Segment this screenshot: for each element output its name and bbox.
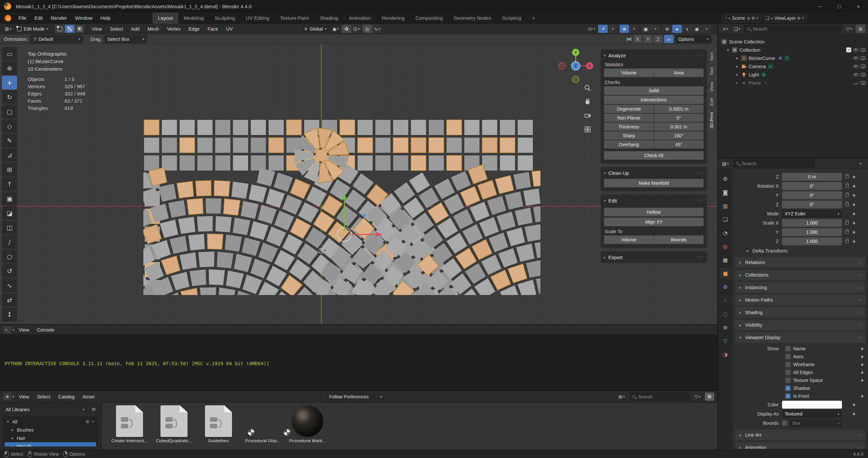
display-settings-dropdown[interactable]: ⊞▾	[617, 392, 626, 401]
catalog-mosaik[interactable]: ▸Mosaik	[5, 442, 96, 447]
asset-menu-asset[interactable]: Asset	[80, 393, 98, 401]
vertex-select-button[interactable]	[55, 25, 65, 33]
blender-menu-icon[interactable]	[5, 15, 11, 22]
tab-view-layer[interactable]: ❏	[719, 214, 731, 225]
animate-dot[interactable]	[861, 371, 863, 374]
delta-transform-section[interactable]: Delta Transform	[752, 248, 787, 254]
pin-icon[interactable]: ◎	[747, 16, 750, 21]
show-axes-checkbox[interactable]	[785, 354, 790, 359]
transform-gizmo[interactable]	[303, 136, 402, 261]
outliner-filter-type-dropdown[interactable]: ❏▾	[732, 25, 742, 33]
workspace-modeling[interactable]: Modeling	[179, 12, 210, 24]
animate-dot[interactable]	[853, 185, 855, 187]
show-overlays-toggle[interactable]: ⊚	[620, 25, 629, 33]
tab-object[interactable]: ■	[719, 268, 731, 279]
properties-options-button[interactable]: ▾	[856, 159, 865, 168]
transform-orientation-dropdown[interactable]: ✢Global▾	[301, 25, 330, 33]
display-as-dropdown[interactable]: Textured▾	[782, 410, 842, 418]
show-wireframe-checkbox[interactable]	[785, 362, 790, 367]
orientation-dropdown[interactable]: ⤱Default▾	[30, 35, 83, 43]
menu-vertex[interactable]: Vertex	[164, 25, 184, 33]
section-collections[interactable]: ▸Collections∷∷	[735, 270, 865, 280]
tab-render[interactable]: ◙	[719, 187, 731, 198]
menu-edge[interactable]: Edge	[185, 25, 203, 33]
poly-build-tool[interactable]: ○	[2, 250, 17, 263]
section-animation[interactable]: ▸Animation∷∷	[735, 442, 865, 449]
move-tool[interactable]: +	[2, 76, 17, 90]
asset-search-input[interactable]: Search	[629, 392, 690, 401]
animate-dot[interactable]	[861, 348, 863, 350]
asset-menu-select[interactable]: Select	[34, 393, 53, 401]
camera-visibility-icon[interactable]	[861, 81, 865, 85]
camera-visibility-icon[interactable]	[861, 65, 865, 68]
row-scene-collection[interactable]: ▤ Scene Collection	[718, 37, 868, 46]
menu-uv[interactable]: UV	[223, 25, 236, 33]
shading-rendered-button[interactable]: ◉	[692, 25, 702, 33]
face-select-button[interactable]	[75, 25, 84, 33]
tab-constraints[interactable]: ⊚	[719, 322, 731, 332]
gizmo-dropdown[interactable]: ▾	[608, 25, 618, 33]
scale-tool[interactable]: ▢	[2, 105, 17, 119]
animate-dot[interactable]	[861, 363, 863, 366]
menu-select[interactable]: Select	[106, 25, 126, 33]
library-dropdown[interactable]: All Libraries▾	[3, 405, 87, 414]
eye-icon[interactable]	[853, 48, 859, 52]
rotation-x-field[interactable]: 0°	[782, 182, 842, 190]
copy-scene-icon[interactable]: ⧉	[752, 16, 755, 21]
outliner-display-mode-dropdown[interactable]: ≡▾	[721, 25, 730, 33]
lock-icon[interactable]	[845, 231, 849, 234]
workspace-rendering[interactable]: Rendering	[376, 12, 410, 24]
xray-dropdown[interactable]: ▾	[651, 25, 660, 33]
volume-button[interactable]: Volume	[604, 68, 654, 77]
tab-view[interactable]: View	[708, 79, 717, 95]
transform-tool[interactable]: ◇	[2, 119, 17, 133]
show-in-front-checkbox[interactable]: ✓	[785, 393, 790, 399]
options-dropdown[interactable]: Options▾	[675, 35, 711, 43]
workspace-layout[interactable]: Layout	[153, 12, 178, 24]
check-nonplanar-button[interactable]: Non-Planar	[604, 113, 654, 122]
asset-guidelines[interactable]: Guidelines	[202, 405, 235, 450]
tab-physics[interactable]: ◌	[719, 308, 731, 319]
animate-dot[interactable]	[853, 203, 855, 206]
refresh-library-button[interactable]: ⟳	[89, 405, 98, 414]
tab-output[interactable]: ▥	[719, 200, 731, 211]
workspace-shading[interactable]: Shading	[315, 12, 344, 24]
show-name-checkbox[interactable]	[785, 346, 790, 351]
eye-icon[interactable]	[853, 57, 859, 60]
minimize-button[interactable]: ─	[811, 0, 830, 12]
mesh-data-icon[interactable]: ▽	[763, 80, 769, 86]
menu-view[interactable]: View	[88, 25, 105, 33]
tab-scene[interactable]: ◔	[719, 228, 731, 238]
export-header[interactable]: ▸Export∷∷	[604, 253, 704, 261]
align-xy-button[interactable]: Align XY	[604, 218, 704, 226]
menu-edit[interactable]: Edit	[30, 13, 47, 22]
mirror-y-toggle[interactable]: Y	[644, 35, 652, 43]
animate-dot[interactable]	[861, 356, 863, 358]
animate-dot[interactable]	[853, 194, 855, 197]
delete-scene-icon[interactable]: ×	[756, 16, 758, 21]
animate-dot[interactable]	[861, 395, 863, 397]
camera-view-icon[interactable]	[583, 111, 592, 121]
thickness-value[interactable]: 0.001 m	[654, 123, 704, 131]
row-plane[interactable]: ▸ ▼ Plane ▽	[718, 79, 868, 87]
catalog-hair[interactable]: ▸Hair	[5, 434, 96, 442]
scale-y-field[interactable]: 1.000	[782, 228, 842, 236]
edit-header[interactable]: ▾Edit∷∷	[604, 197, 704, 204]
workspace-sculpting[interactable]: Sculpting	[209, 12, 241, 24]
shrink-fatten-tool[interactable]: ↕	[2, 307, 17, 321]
menu-mesh[interactable]: Mesh	[144, 25, 162, 33]
check-intersections-button[interactable]: Intersections	[604, 96, 704, 104]
menu-add[interactable]: Add	[128, 25, 143, 33]
workspace-texture-paint[interactable]: Texture Paint	[275, 12, 315, 24]
knife-tool[interactable]: /	[2, 235, 17, 249]
filter-dropdown[interactable]: ▽▾	[693, 392, 702, 401]
new-collection-button[interactable]: ⊞	[856, 25, 865, 33]
rotation-mode-dropdown[interactable]: XYZ Euler▾	[782, 210, 842, 218]
check-all-button[interactable]: Check All	[604, 151, 704, 160]
eye-icon[interactable]	[853, 73, 859, 76]
outliner-filter-dropdown[interactable]: ▽▾	[844, 25, 854, 33]
tab-particles[interactable]: ∴	[719, 295, 731, 305]
degenerate-value[interactable]: 0.0001 m	[654, 105, 704, 113]
tab-3d-print[interactable]: 3D-Print	[708, 109, 717, 132]
check-sharp-button[interactable]: Sharp	[604, 131, 654, 140]
